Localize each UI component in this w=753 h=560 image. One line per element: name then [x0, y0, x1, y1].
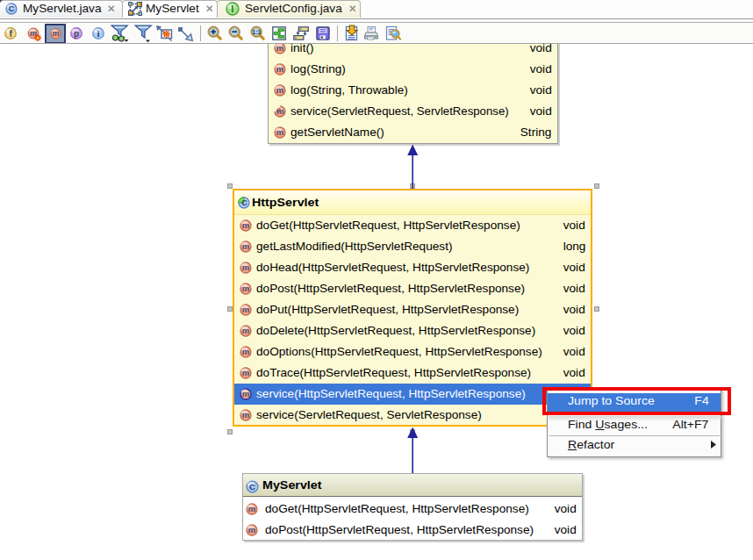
svg-text:1:1: 1:1 — [252, 29, 261, 35]
svg-text:i: i — [97, 28, 100, 39]
svg-text:m: m — [276, 106, 283, 116]
svg-text:p: p — [74, 29, 79, 39]
svg-text:f: f — [10, 28, 13, 39]
